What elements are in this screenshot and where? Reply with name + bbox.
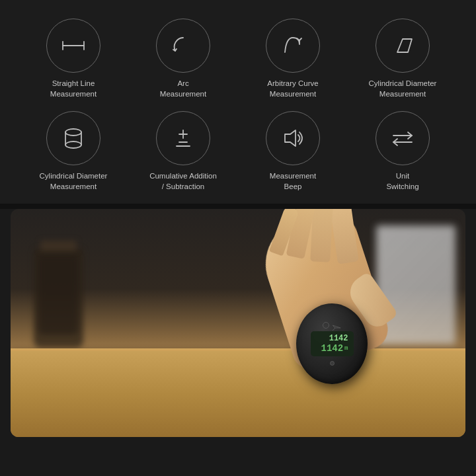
- shelf-surface: [11, 351, 465, 437]
- cylinder-icon-circle: [46, 111, 100, 165]
- device-icon-2: [332, 322, 341, 329]
- speaker-icon: [278, 124, 307, 153]
- straight-line-icon: [59, 31, 88, 60]
- arc-icon-circle: [156, 19, 210, 73]
- arrows-icon: [388, 124, 417, 153]
- svg-point-4: [65, 129, 81, 136]
- finger-middle: [310, 209, 334, 262]
- trapezoid-icon: [388, 31, 417, 60]
- feature-cylindrical: Cylindrical DiameterMeasurement: [349, 19, 456, 99]
- cylinder-icon: [59, 124, 88, 153]
- cylinder-label: Cylindrical DiameterMeasurement: [40, 171, 108, 192]
- device-top-icons: [323, 322, 341, 329]
- curve-icon-circle: [266, 19, 320, 73]
- curve-icon: [278, 31, 307, 60]
- device-button-dot[interactable]: [330, 361, 335, 366]
- feature-curve: Arbitrary CurveMeasurement: [239, 19, 346, 99]
- svg-marker-3: [397, 39, 412, 52]
- feature-cylinder: Cylindrical DiameterMeasurement: [20, 111, 127, 192]
- svg-marker-15: [333, 325, 340, 331]
- device-reading-1: 1142: [316, 334, 348, 343]
- cumulative-label: Cumulative Addition/ Subtraction: [149, 171, 217, 192]
- photo-section: 1142 1142 m: [11, 209, 465, 437]
- arrows-icon-circle: [376, 111, 430, 165]
- features-row-1: Straight LineMeasurement ArcMeasurement: [20, 19, 456, 99]
- trapezoid-icon-circle: [376, 19, 430, 73]
- section-divider: [0, 204, 476, 209]
- feature-straight-line: Straight LineMeasurement: [20, 19, 127, 99]
- page-wrapper: Straight LineMeasurement ArcMeasurement: [0, 0, 476, 476]
- device-display: 1142 1142 m: [311, 331, 354, 356]
- features-row-2: Cylindrical DiameterMeasurement Cumulati…: [20, 111, 456, 192]
- speaker-icon-circle: [266, 111, 320, 165]
- svg-marker-12: [285, 130, 296, 146]
- device-icon-1: [323, 322, 329, 329]
- plusminus-icon: [169, 124, 198, 153]
- feature-cumulative: Cumulative Addition/ Subtraction: [130, 111, 237, 192]
- measurement-device: 1142 1142 m: [296, 303, 368, 384]
- jar-lid-blur: [40, 241, 77, 251]
- feature-unit: UnitSwitching: [349, 111, 456, 192]
- plusminus-icon-circle: [156, 111, 210, 165]
- arc-icon: [169, 31, 198, 60]
- arc-label: ArcMeasurement: [160, 78, 206, 99]
- feature-arc: ArcMeasurement: [130, 19, 237, 99]
- jar-inner-blur: [38, 255, 78, 335]
- white-item-blur: [376, 225, 456, 344]
- unit-label: UnitSwitching: [386, 171, 418, 192]
- device-reading-2: 1142 m: [316, 343, 348, 354]
- beep-label: MeasurementBeep: [270, 171, 316, 192]
- features-section: Straight LineMeasurement ArcMeasurement: [0, 0, 476, 204]
- svg-point-7: [65, 141, 81, 148]
- feature-beep: MeasurementBeep: [239, 111, 346, 192]
- straight-line-label: Straight LineMeasurement: [50, 78, 97, 99]
- straight-line-icon-circle: [46, 19, 100, 73]
- cylindrical-label: Cylindrical DiameterMeasurement: [369, 78, 437, 99]
- curve-label: Arbitrary CurveMeasurement: [267, 78, 318, 99]
